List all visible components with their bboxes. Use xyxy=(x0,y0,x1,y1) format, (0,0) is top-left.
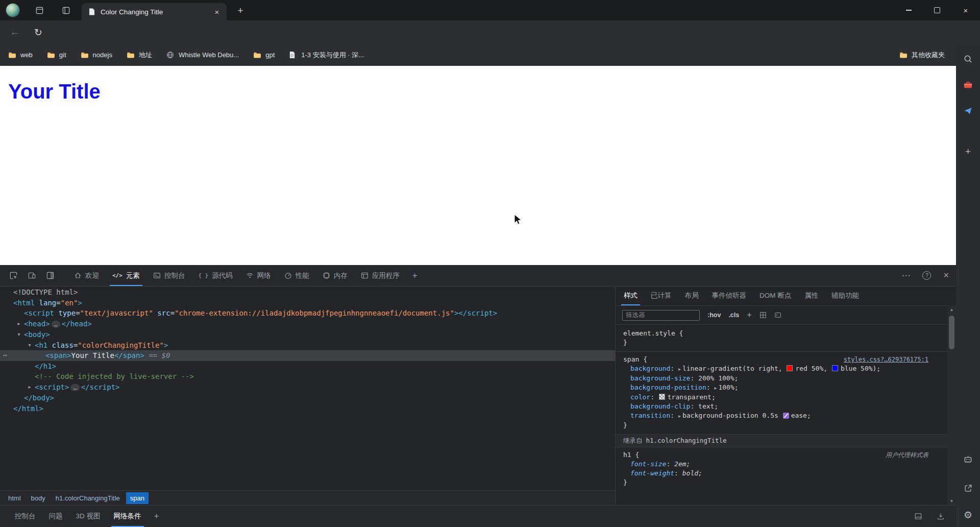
sidebar-search-icon[interactable] xyxy=(962,52,975,65)
tab-close-icon[interactable]: × xyxy=(211,6,223,17)
bookmark-item-git[interactable]: git xyxy=(47,51,66,59)
dom-tree-row[interactable]: <!DOCTYPE html> xyxy=(0,287,615,298)
css-property[interactable]: font-size: 2em; xyxy=(623,460,936,469)
devtools-tab-memory[interactable]: 内存 xyxy=(316,265,354,286)
dom-tree-row[interactable]: ▸<head>…</head> xyxy=(0,319,615,330)
device-toolbar-icon[interactable] xyxy=(22,267,41,284)
devtools-tab-elements[interactable]: </>元素 xyxy=(106,265,146,286)
bookmark-item-nodejs[interactable]: nodejs xyxy=(81,51,112,59)
devtools-help-icon[interactable]: ? xyxy=(922,271,931,280)
devtools-tab-application[interactable]: 应用程序 xyxy=(354,265,406,286)
sidebar-open-external-icon[interactable] xyxy=(962,482,975,495)
breadcrumb-item-span[interactable]: span xyxy=(126,492,149,504)
sidebar-settings-gear-icon[interactable]: ⚙ xyxy=(962,508,975,521)
drawer-dock-icon[interactable] xyxy=(914,512,922,520)
new-tab-button[interactable]: + xyxy=(234,4,247,17)
sidebar-toolbox-icon[interactable] xyxy=(962,78,975,91)
dom-tree-row[interactable]: ▾<h1 class="colorChangingTitle"> xyxy=(0,340,615,351)
span-style-rule[interactable]: styles.css?…629376175:1 span { backgroun… xyxy=(616,355,956,432)
window-maximize-button[interactable] xyxy=(923,0,951,20)
toggle-hover-state[interactable]: :hov xyxy=(707,312,721,319)
sidebar-send-icon[interactable] xyxy=(962,104,975,117)
css-property[interactable]: transition: ▸background-position 0.5s ea… xyxy=(623,411,936,421)
dom-tree-row[interactable]: ▾<body> xyxy=(0,329,615,340)
dom-tree-row[interactable]: ⋯<span>Your Title</span> == $0 xyxy=(0,350,615,361)
inherited-from-selector[interactable]: h1.colorChangingTitle xyxy=(646,436,727,445)
drawer-tab-issues[interactable]: 问题 xyxy=(42,506,69,527)
devtools-customize-icon[interactable]: ⋯ xyxy=(901,270,910,281)
breadcrumb-item-html[interactable]: html xyxy=(4,492,25,504)
devtools-more-tabs-button[interactable]: + xyxy=(406,265,424,286)
drawer-import-icon[interactable] xyxy=(937,512,945,520)
dom-tree-row[interactable]: <!-- Code injected by live-server --> xyxy=(0,371,615,382)
dom-tree-row[interactable]: </h1> xyxy=(0,361,615,372)
styles-tab-accessibility[interactable]: 辅助功能 xyxy=(825,286,866,305)
devtools-tab-performance[interactable]: 性能 xyxy=(278,265,316,286)
bookmark-item-web[interactable]: web xyxy=(8,51,33,59)
back-button[interactable]: ← xyxy=(7,25,22,40)
styles-tab-styles[interactable]: 样式 xyxy=(617,286,644,305)
new-style-rule-button[interactable]: + xyxy=(747,310,751,320)
row-actions-icon[interactable]: ⋯ xyxy=(3,350,8,361)
window-close-button[interactable]: × xyxy=(951,0,980,20)
inspect-element-icon[interactable] xyxy=(4,267,22,284)
css-property[interactable]: background: ▸linear-gradient(to right, r… xyxy=(623,364,936,374)
sidebar-add-icon[interactable]: + xyxy=(962,145,975,158)
drawer-tab-console[interactable]: 控制台 xyxy=(8,506,42,527)
styles-tab-layout[interactable]: 布局 xyxy=(678,286,705,305)
expand-down-icon[interactable]: ▾ xyxy=(26,340,33,351)
bookmark-item-doc[interactable]: 1-3 安装与使用 · 深... xyxy=(289,51,364,60)
expand-value-icon[interactable]: ▸ xyxy=(714,385,717,391)
devtools-tab-network[interactable]: 网络 xyxy=(239,265,278,286)
css-property[interactable]: color: transparent; xyxy=(623,393,936,402)
color-swatch[interactable] xyxy=(787,365,793,371)
styles-scrollbar[interactable]: ▲ ▼ xyxy=(947,305,956,505)
window-minimize-button[interactable] xyxy=(894,0,923,20)
devtools-tab-welcome[interactable]: 欢迎 xyxy=(67,265,106,286)
expand-right-icon[interactable]: ▸ xyxy=(15,319,22,329)
styles-tab-dom-breakpoints[interactable]: DOM 断点 xyxy=(753,286,798,305)
css-property[interactable]: background-size: 200% 100%; xyxy=(623,374,936,383)
styles-tab-computed[interactable]: 已计算 xyxy=(644,286,678,305)
dom-tree-row[interactable]: <html lang="en"> xyxy=(0,298,615,308)
color-swatch[interactable] xyxy=(832,365,838,371)
workspaces-icon[interactable] xyxy=(34,5,45,15)
bookmark-item-whistle[interactable]: Whistle Web Debu... xyxy=(166,51,239,59)
breadcrumb-item-h1[interactable]: h1.colorChangingTitle xyxy=(52,492,124,504)
element-style-rule[interactable]: element.style { } xyxy=(616,329,956,349)
drawer-tab-network-conditions[interactable]: 网络条件 xyxy=(107,506,148,527)
expand-right-icon[interactable]: ▸ xyxy=(26,382,33,393)
user-agent-rule[interactable]: 用户代理样式表 h1 { font-size: 2em;font-weight:… xyxy=(616,450,956,489)
browser-tab[interactable]: Color Changing Title × xyxy=(82,3,227,20)
scroll-down-icon[interactable]: ▼ xyxy=(947,497,956,505)
element-state-icon[interactable] xyxy=(774,312,781,319)
expand-value-icon[interactable]: ▸ xyxy=(678,413,681,419)
breadcrumb-item-body[interactable]: body xyxy=(27,492,50,504)
scrollbar-thumb[interactable] xyxy=(949,316,954,349)
dom-tree-row[interactable]: </body> xyxy=(0,393,615,403)
bezier-easing-icon[interactable] xyxy=(783,413,789,419)
styles-filter-input[interactable] xyxy=(622,310,700,321)
focus-page-icon[interactable] xyxy=(41,267,59,284)
toggle-classes[interactable]: .cls xyxy=(728,312,739,319)
drawer-more-tools-button[interactable]: + xyxy=(148,506,165,527)
profile-avatar[interactable] xyxy=(6,4,19,17)
color-swatch-transparent[interactable] xyxy=(659,394,665,400)
css-property[interactable]: background-position: ▸100%; xyxy=(623,383,936,393)
computed-grid-icon[interactable] xyxy=(760,312,767,319)
sidebar-copilot-icon[interactable] xyxy=(962,452,975,466)
expand-down-icon[interactable]: ▾ xyxy=(15,329,22,340)
bookmark-item-dizhi[interactable]: 地址 xyxy=(127,51,152,60)
bookmark-item-gpt[interactable]: gpt xyxy=(253,51,275,59)
stylesheet-link[interactable]: styles.css?…629376175:1 xyxy=(844,355,928,364)
devtools-close-icon[interactable]: × xyxy=(943,270,949,281)
dom-tree[interactable]: <!DOCTYPE html><html lang="en"><script t… xyxy=(0,286,615,490)
tab-actions-icon[interactable] xyxy=(60,5,71,15)
dom-tree-row[interactable]: <script type="text/javascript" src="chro… xyxy=(0,308,615,319)
scroll-up-icon[interactable]: ▲ xyxy=(947,305,956,314)
devtools-tab-sources[interactable]: { }源代码 xyxy=(191,265,239,286)
drawer-tab-3d-view[interactable]: 3D 视图 xyxy=(69,506,107,527)
dom-tree-row[interactable]: </html> xyxy=(0,403,615,414)
devtools-tab-console[interactable]: 控制台 xyxy=(146,265,192,286)
refresh-button[interactable]: ↻ xyxy=(31,25,46,40)
